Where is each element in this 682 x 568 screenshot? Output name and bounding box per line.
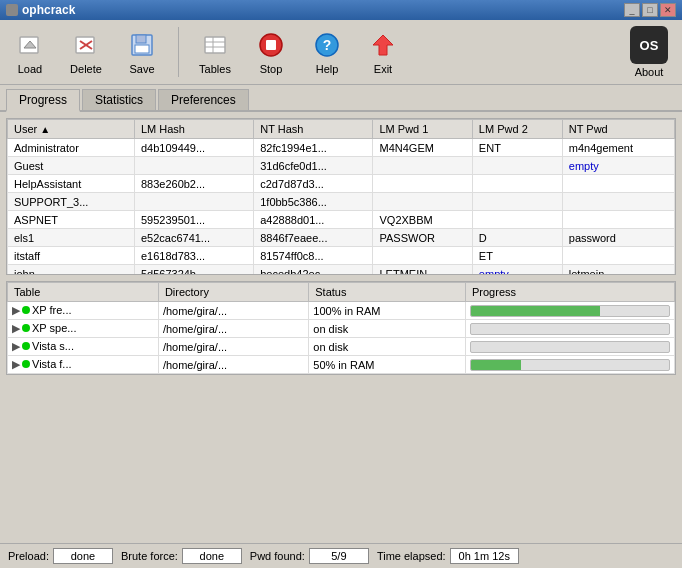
table-row[interactable]: john5d567324b...becedb42ec...LETMEINempt… [8, 265, 675, 275]
svg-text:?: ? [323, 37, 332, 53]
svg-rect-13 [266, 40, 276, 50]
tables-icon [199, 29, 231, 61]
delete-icon [70, 29, 102, 61]
table-row[interactable]: ▶Vista s.../home/gira/...on disk [8, 338, 675, 356]
help-label: Help [316, 63, 339, 75]
save-label: Save [129, 63, 154, 75]
time-elapsed-field: Time elapsed: 0h 1m 12s [377, 548, 519, 564]
tab-preferences[interactable]: Preferences [158, 89, 249, 110]
about-button[interactable]: OS About [622, 24, 676, 80]
preload-value: done [53, 548, 113, 564]
pwd-found-field: Pwd found: 5/9 [250, 548, 369, 564]
tables-scroll[interactable]: Table Directory Status Progress ▶XP fre.… [7, 282, 675, 374]
delete-label: Delete [70, 63, 102, 75]
window-title: ophcrack [22, 3, 75, 17]
load-icon [14, 29, 46, 61]
col-lm-pwd1[interactable]: LM Pwd 1 [373, 120, 472, 139]
save-button[interactable]: Save [118, 27, 166, 77]
table-row[interactable]: ▶XP spe.../home/gira/...on disk [8, 320, 675, 338]
tables-panel: Table Directory Status Progress ▶XP fre.… [6, 281, 676, 375]
tables-label: Tables [199, 63, 231, 75]
tab-bar: Progress Statistics Preferences [0, 85, 682, 112]
col-progress[interactable]: Progress [466, 283, 675, 302]
exit-icon [367, 29, 399, 61]
maximize-button[interactable]: □ [642, 3, 658, 17]
time-elapsed-value: 0h 1m 12s [450, 548, 519, 564]
exit-button[interactable]: Exit [359, 27, 407, 77]
col-nt-pwd[interactable]: NT Pwd [562, 120, 674, 139]
pwd-found-label: Pwd found: [250, 550, 305, 562]
table-row[interactable]: ▶Vista f.../home/gira/...50% in RAM [8, 356, 675, 374]
stop-button[interactable]: Stop [247, 27, 295, 77]
col-nt-hash[interactable]: NT Hash [254, 120, 373, 139]
progress-bar [470, 323, 670, 335]
about-icon: OS [630, 26, 668, 64]
tab-statistics[interactable]: Statistics [82, 89, 156, 110]
progress-bar [470, 341, 670, 353]
toolbar: Load Delete Save [0, 20, 682, 85]
stop-icon [255, 29, 287, 61]
col-directory[interactable]: Directory [158, 283, 308, 302]
preload-field: Preload: done [8, 548, 113, 564]
svg-marker-16 [373, 35, 393, 55]
toolbar-separator-1 [178, 27, 179, 77]
users-panel: User ▲ LM Hash NT Hash LM Pwd 1 LM Pwd 2… [6, 118, 676, 275]
main-content: User ▲ LM Hash NT Hash LM Pwd 1 LM Pwd 2… [0, 112, 682, 381]
svg-rect-8 [205, 37, 225, 53]
exit-label: Exit [374, 63, 392, 75]
svg-rect-6 [136, 35, 146, 43]
save-icon [126, 29, 158, 61]
tables-table: Table Directory Status Progress ▶XP fre.… [7, 282, 675, 374]
users-table: User ▲ LM Hash NT Hash LM Pwd 1 LM Pwd 2… [7, 119, 675, 274]
window-controls: _ □ ✕ [624, 3, 676, 17]
brute-force-value: done [182, 548, 242, 564]
tables-button[interactable]: Tables [191, 27, 239, 77]
svg-rect-7 [135, 45, 149, 53]
progress-bar [470, 305, 670, 317]
table-row[interactable]: Administratord4b109449...82fc1994e1...M4… [8, 139, 675, 157]
about-label: About [635, 66, 664, 78]
progress-bar [470, 359, 670, 371]
col-user[interactable]: User ▲ [8, 120, 135, 139]
preload-label: Preload: [8, 550, 49, 562]
load-button[interactable]: Load [6, 27, 54, 77]
help-button[interactable]: ? Help [303, 27, 351, 77]
table-row[interactable]: ▶XP fre.../home/gira/...100% in RAM [8, 302, 675, 320]
table-row[interactable]: ASPNET595239501...a42888d01...VQ2XBBM [8, 211, 675, 229]
help-icon: ? [311, 29, 343, 61]
table-row[interactable]: itstaffe1618d783...81574ff0c8...ET [8, 247, 675, 265]
table-row[interactable]: SUPPORT_3...1f0bb5c386... [8, 193, 675, 211]
pwd-found-value: 5/9 [309, 548, 369, 564]
stop-label: Stop [260, 63, 283, 75]
table-row[interactable]: Guest31d6cfe0d1...empty [8, 157, 675, 175]
users-scroll[interactable]: User ▲ LM Hash NT Hash LM Pwd 1 LM Pwd 2… [7, 119, 675, 274]
title-bar: ophcrack _ □ ✕ [0, 0, 682, 20]
load-label: Load [18, 63, 42, 75]
brute-force-label: Brute force: [121, 550, 178, 562]
col-status[interactable]: Status [309, 283, 466, 302]
tab-progress[interactable]: Progress [6, 89, 80, 112]
close-button[interactable]: ✕ [660, 3, 676, 17]
delete-button[interactable]: Delete [62, 27, 110, 77]
col-lm-pwd2[interactable]: LM Pwd 2 [472, 120, 562, 139]
app-icon [6, 4, 18, 16]
col-table[interactable]: Table [8, 283, 159, 302]
col-lm-hash[interactable]: LM Hash [134, 120, 253, 139]
status-bar: Preload: done Brute force: done Pwd foun… [0, 543, 682, 568]
table-row[interactable]: HelpAssistant883e260b2...c2d7d87d3... [8, 175, 675, 193]
table-row[interactable]: els1e52cac6741...8846f7eaee...PASSWORDpa… [8, 229, 675, 247]
minimize-button[interactable]: _ [624, 3, 640, 17]
brute-force-field: Brute force: done [121, 548, 242, 564]
time-elapsed-label: Time elapsed: [377, 550, 446, 562]
